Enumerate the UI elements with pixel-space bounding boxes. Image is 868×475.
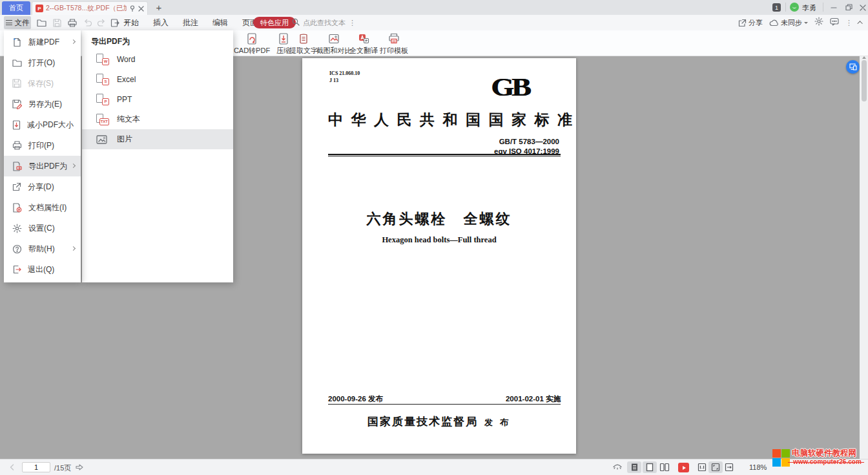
menu-item-label: 文档属性(I): [28, 202, 67, 213]
share-label: 分享: [749, 18, 763, 28]
prev-page-button[interactable]: [5, 461, 19, 473]
export-item-label: Excel: [117, 75, 136, 84]
tool-label: 打印模板: [380, 46, 408, 56]
pin-tab-icon[interactable]: [129, 3, 136, 14]
ics-codes: ICS 21.060.10 J 13: [329, 70, 360, 85]
new-tab-button[interactable]: +: [152, 1, 165, 14]
mobile-view-float-button[interactable]: [846, 60, 860, 74]
pdf-page[interactable]: ICS 21.060.10 J 13 GB 中华人民共和国国家标准 GB/T 5…: [302, 58, 576, 454]
share-button[interactable]: 分享: [738, 18, 763, 28]
zoom-level[interactable]: 118%: [749, 463, 767, 471]
export-item-image[interactable]: 图片: [82, 129, 233, 149]
doc-properties-icon: [12, 203, 22, 213]
single-page-view-button[interactable]: [643, 461, 657, 473]
play-mode-button[interactable]: [678, 463, 689, 472]
exit-icon: [12, 265, 21, 274]
export-excel-icon: S: [96, 74, 109, 85]
export-submenu-items: W Word S Excel P PPT TXT 纯文本 图片: [82, 49, 233, 149]
menu-item-new-pdf[interactable]: 新建PDF: [4, 32, 81, 52]
export-item-plaintext[interactable]: TXT 纯文本: [82, 109, 233, 129]
menu-item-export-pdf[interactable]: 导出PDF为: [4, 156, 81, 176]
menu-item-save-as[interactable]: 另存为(E): [4, 94, 81, 114]
more-options-icon[interactable]: ⋮: [845, 19, 852, 27]
save-button[interactable]: [50, 16, 63, 29]
cloud-icon: [769, 19, 779, 26]
watermark-site-url: www.computer26.com: [793, 458, 862, 465]
file-menu-label: 文件: [15, 18, 30, 28]
settings-icon[interactable]: [814, 17, 823, 28]
sync-status-button[interactable]: 未同步: [769, 18, 808, 28]
document-title-en: Hexagon head bolts—Full thread: [302, 235, 576, 245]
translate-icon: [357, 32, 370, 45]
fit-page-button[interactable]: [708, 461, 723, 473]
undo-button[interactable]: [81, 16, 94, 29]
page-number-input[interactable]: 1: [22, 462, 50, 472]
menu-item-open[interactable]: 打开(O): [4, 52, 81, 73]
tab-featured-apps[interactable]: 特色应用: [253, 17, 296, 28]
avatar[interactable]: [790, 3, 799, 12]
export-item-word[interactable]: W Word: [82, 49, 233, 69]
ics-line1: ICS 21.060.10: [329, 70, 360, 78]
fit-width-button[interactable]: [722, 461, 736, 473]
tab-document[interactable]: P 2--GB-T578...纹.PDF（已加密）: [32, 1, 148, 15]
scrollbar-thumb[interactable]: [862, 60, 867, 101]
open-file-button[interactable]: [35, 16, 48, 29]
share-doc-icon: [12, 182, 21, 191]
submenu-arrow-icon: [71, 164, 76, 168]
feedback-icon[interactable]: [830, 17, 839, 28]
scroll-mode-button[interactable]: [627, 461, 641, 473]
windows-logo: [772, 449, 790, 467]
tab-comment[interactable]: 批注: [176, 15, 205, 30]
document-title-cn: 六角头螺栓 全螺纹: [302, 209, 576, 229]
tab-insert[interactable]: 插入: [146, 15, 176, 30]
scroll-up-arrow[interactable]: [862, 56, 866, 59]
close-window-button[interactable]: [856, 2, 868, 13]
restore-button[interactable]: [842, 2, 855, 13]
gb-logo: GB: [491, 72, 528, 102]
menu-item-share[interactable]: 分享(D): [4, 176, 81, 197]
export-txt-icon: TXT: [96, 114, 109, 125]
menu-item-label: 分享(D): [28, 182, 54, 193]
redo-button[interactable]: [95, 16, 108, 29]
close-tab-icon[interactable]: [138, 3, 144, 14]
submenu-arrow-icon: [71, 246, 76, 251]
menu-item-label: 帮助(H): [28, 244, 55, 255]
export-item-ppt[interactable]: P PPT: [82, 89, 233, 109]
device-icon: [849, 63, 857, 70]
username[interactable]: 李勇: [802, 3, 816, 13]
tab-start[interactable]: 开始: [116, 15, 146, 30]
menu-item-label: 减小PDF大小: [27, 120, 74, 131]
two-page-view-button[interactable]: [657, 461, 672, 473]
menu-item-shrink-pdf[interactable]: 减小PDF大小: [4, 114, 81, 135]
export-word-icon: W: [96, 54, 109, 65]
window-tab-bar: 首页 P 2--GB-T578...纹.PDF（已加密） + 1 李勇: [0, 0, 868, 15]
tab-edit[interactable]: 编辑: [205, 15, 235, 30]
minimize-button[interactable]: [827, 2, 840, 13]
eye-protect-button[interactable]: [610, 461, 625, 473]
notification-badge[interactable]: 1: [772, 3, 781, 12]
share-icon: [738, 19, 747, 27]
print-icon: [12, 141, 22, 150]
menu-item-doc-properties[interactable]: 文档属性(I): [4, 197, 81, 218]
ics-line2: J 13: [329, 78, 360, 85]
search-options-icon[interactable]: ⋮: [349, 19, 356, 27]
menu-item-help[interactable]: 帮助(H): [4, 238, 81, 259]
actual-size-button[interactable]: [695, 461, 709, 473]
search-box[interactable]: 点此查找文本 ⋮: [292, 15, 356, 30]
issuer-suffix: 发 布: [484, 417, 511, 427]
menu-item-print[interactable]: 打印(P): [4, 135, 81, 156]
menu-item-exit[interactable]: 退出(Q): [4, 259, 81, 280]
next-page-button[interactable]: [72, 461, 87, 473]
export-item-excel[interactable]: S Excel: [82, 69, 233, 89]
file-menu-button[interactable]: 文件: [4, 16, 31, 29]
vertical-scrollbar[interactable]: [860, 56, 868, 459]
tab-home[interactable]: 首页: [2, 1, 30, 15]
print-button[interactable]: [66, 16, 79, 29]
pdf-file-icon: P: [36, 5, 43, 12]
menu-item-settings[interactable]: 设置(C): [4, 218, 81, 238]
export-pdf-icon: [12, 162, 22, 171]
collapse-toolbar-icon[interactable]: [857, 21, 862, 26]
watermark-site-name: 电脑软硬件教程网: [792, 448, 856, 459]
tool-print-template[interactable]: 打印模板: [371, 32, 417, 56]
export-item-label: 纯文本: [117, 114, 140, 125]
